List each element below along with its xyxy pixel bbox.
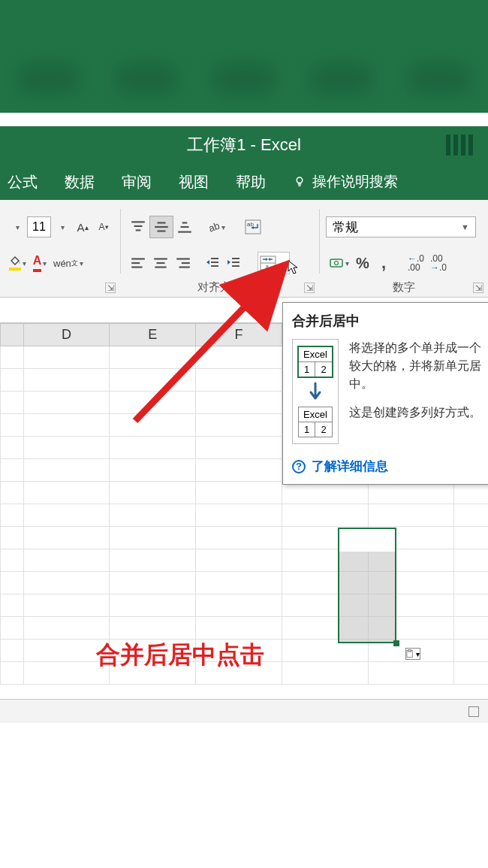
- decrease-font-button[interactable]: A▾: [93, 216, 114, 238]
- number-format-dropdown[interactable]: 常规 ▼: [326, 216, 476, 237]
- tooltip-learn-more-link[interactable]: ? 了解详细信息: [292, 458, 486, 475]
- merge-center-button[interactable]: a: [258, 252, 290, 274]
- fill-color-button[interactable]: [6, 252, 29, 274]
- cell-selection: [338, 528, 396, 643]
- svg-text:a: a: [266, 264, 269, 269]
- bucket-icon: [9, 256, 21, 271]
- cursor-icon: [287, 259, 300, 276]
- svg-point-39: [397, 836, 400, 839]
- row-header-area[interactable]: [1, 324, 24, 346]
- align-right-button[interactable]: [172, 252, 194, 274]
- ribbon-tabs: 公式 数据 审阅 视图 帮助 操作说明搜索: [0, 164, 488, 200]
- decrease-decimal-button[interactable]: .00→.0: [427, 252, 450, 274]
- tooltip-description: 将选择的多个单并成一个较大的格，并将新单元居中。 这是创建跨多列好方式。: [349, 339, 486, 444]
- increase-font-button[interactable]: A▴: [72, 216, 93, 238]
- currency-icon: [329, 256, 344, 270]
- clipboard-icon: [406, 649, 416, 658]
- align-middle-button[interactable]: [149, 216, 173, 238]
- font-size-dropdown[interactable]: [51, 216, 72, 238]
- svg-rect-31: [330, 259, 342, 267]
- align-top-button[interactable]: [127, 216, 149, 238]
- font-color-a-icon: A: [33, 254, 42, 272]
- column-header-d[interactable]: D: [23, 324, 110, 346]
- number-group-label: 数字: [320, 280, 488, 295]
- app-chrome-top: [0, 0, 488, 126]
- accounting-format-button[interactable]: [326, 252, 352, 274]
- number-group-launcher[interactable]: ⇲: [473, 283, 483, 293]
- comma-button[interactable]: ,: [373, 252, 394, 274]
- chevron-down-icon: ▼: [461, 222, 469, 231]
- help-icon: ?: [292, 460, 306, 473]
- align-group-label: 对齐方式: [121, 280, 319, 295]
- decrease-indent-button[interactable]: [202, 252, 223, 274]
- column-header-f[interactable]: F: [196, 324, 282, 346]
- svg-point-38: [387, 838, 390, 841]
- align-bottom-button[interactable]: [173, 216, 196, 238]
- svg-text:ab: ab: [207, 220, 220, 234]
- baidu-paw-icon: [387, 831, 402, 846]
- merge-center-dropdown[interactable]: [276, 256, 288, 270]
- view-normal-button[interactable]: [468, 706, 479, 717]
- watermark: Baidu 经验 jingyan.baidu.com: [387, 829, 477, 860]
- align-group-launcher[interactable]: ⇲: [304, 283, 315, 293]
- gap: [0, 113, 488, 128]
- align-left-button[interactable]: [127, 252, 149, 274]
- tab-help[interactable]: 帮助: [236, 172, 266, 192]
- tab-data[interactable]: 数据: [65, 172, 95, 192]
- svg-point-32: [335, 262, 339, 265]
- down-arrow-icon: [306, 382, 324, 403]
- tooltip-illustration: Excel12 Excel12: [292, 339, 339, 444]
- paste-options-button[interactable]: ▾: [405, 648, 420, 660]
- tooltip-title: 合并后居中: [292, 312, 486, 330]
- tell-me-label: 操作说明搜索: [312, 172, 398, 192]
- title-bar: 工作簿1 - Excel: [0, 126, 488, 164]
- status-bar: [0, 699, 488, 723]
- number-format-value: 常规: [333, 219, 358, 236]
- orientation-button[interactable]: ab: [203, 216, 228, 238]
- increase-indent-button[interactable]: [223, 252, 244, 274]
- svg-rect-34: [408, 649, 411, 652]
- percent-button[interactable]: %: [352, 252, 373, 274]
- merge-center-icon: a: [260, 256, 276, 271]
- svg-point-37: [393, 832, 396, 835]
- wrap-text-button[interactable]: ab: [242, 216, 264, 238]
- lightbulb-icon: [293, 175, 306, 189]
- instruction-text: 合并后居中点击: [96, 639, 264, 672]
- font-size-input[interactable]: 11: [27, 216, 51, 237]
- workbook-title: 工作簿1 - Excel: [187, 134, 301, 156]
- decorative-bars: [446, 135, 473, 156]
- svg-point-0: [297, 177, 303, 183]
- selection-handle[interactable]: [393, 640, 399, 646]
- tab-view[interactable]: 视图: [179, 172, 209, 192]
- phonetic-button[interactable]: wén文: [50, 252, 86, 274]
- blurred-region: [0, 45, 488, 113]
- font-group-launcher[interactable]: ⇲: [105, 283, 116, 293]
- tab-formulas[interactable]: 公式: [8, 172, 38, 192]
- column-header-e[interactable]: E: [110, 324, 196, 346]
- merge-center-tooltip: 合并后居中 Excel12 Excel12 将选择的多个单并成一个较大的格，并将…: [282, 302, 488, 485]
- tab-review[interactable]: 审阅: [122, 172, 152, 192]
- increase-decimal-button[interactable]: ←.0.00: [405, 252, 427, 274]
- svg-point-36: [390, 833, 393, 836]
- tell-me-search[interactable]: 操作说明搜索: [293, 172, 398, 192]
- font-name-dropdown[interactable]: [6, 216, 27, 238]
- ribbon: 11 A▴ A▾ A wén文 ⇲: [0, 200, 488, 298]
- font-color-button[interactable]: A: [29, 252, 50, 274]
- align-center-button[interactable]: [149, 252, 172, 274]
